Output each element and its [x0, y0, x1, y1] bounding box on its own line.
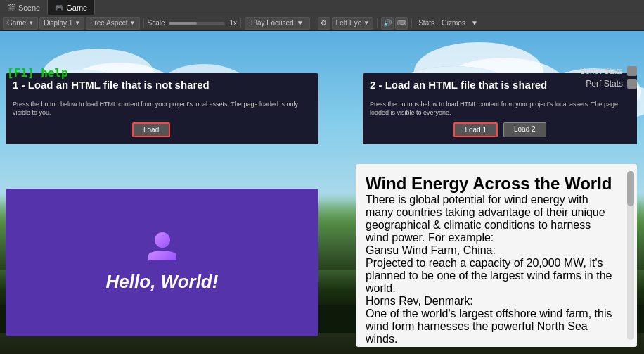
top-tab-bar: 🎬 Scene 🎮 Game: [0, 0, 644, 15]
gear-icon-btn[interactable]: ⚙: [318, 17, 330, 30]
panel-1-desc: Press the button below to load HTML cont…: [13, 101, 311, 117]
divider-5: [411, 18, 412, 28]
left-eye-dropdown[interactable]: Left Eye ▼: [332, 17, 374, 30]
panel-load-not-shared: 1 - Load an HTML file that is not shared…: [6, 73, 318, 144]
scale-control: Scale 1x: [148, 19, 238, 27]
stats-panel: Script Stats Perf Stats: [580, 66, 637, 89]
scene-tab-label: Scene: [18, 4, 40, 12]
script-stats-row: Script Stats: [580, 66, 637, 76]
scrollbar-thumb[interactable]: [627, 171, 634, 206]
wind-energy-intro: There is global potential for wind energ…: [366, 194, 616, 244]
horns-title: Horns Rev, Denmark:: [366, 295, 616, 308]
divider-2: [240, 18, 241, 28]
gizmos-button[interactable]: Gizmos: [439, 19, 468, 27]
divider-4: [377, 18, 378, 28]
game-tab-label: Game: [66, 4, 87, 12]
panel-1-body: Press the button below to load HTML cont…: [6, 96, 318, 144]
hello-world-text: Hello, World!: [106, 271, 219, 293]
game-icon: 🎮: [55, 4, 63, 11]
script-stats-toggle[interactable]: [627, 66, 637, 76]
perf-stats-label: Perf Stats: [586, 79, 623, 89]
panel-2-load2-button[interactable]: Load 2: [503, 122, 546, 137]
divider-1: [143, 18, 144, 28]
avatar-body: [148, 251, 176, 260]
scrollbar[interactable]: [627, 171, 634, 340]
scene-icon: 🎬: [7, 4, 15, 11]
avatar-icon: [145, 232, 180, 260]
perf-stats-toggle[interactable]: [627, 79, 637, 89]
aspect-dropdown[interactable]: Free Aspect ▼: [86, 17, 139, 30]
play-focused-arrow: ▼: [297, 19, 304, 27]
perf-stats-row: Perf Stats: [586, 79, 637, 89]
scale-slider-fill: [169, 22, 197, 25]
panel-wind-energy-content: Wind Energy Across the World There is gl…: [356, 164, 626, 347]
gansu-content: Projected to reach a capacity of 20,000 …: [366, 257, 616, 295]
panel-hello-world: Hello, World!: [6, 189, 318, 336]
scale-slider[interactable]: [169, 22, 225, 25]
divider-3: [314, 18, 314, 28]
stats-button[interactable]: Stats: [416, 19, 437, 27]
aspect-dropdown-arrow: ▼: [130, 20, 136, 26]
toolbar: Game ▼ Display 1 ▼ Free Aspect ▼ Scale 1…: [0, 15, 644, 31]
keyboard-icon-btn[interactable]: ⌨: [395, 17, 408, 30]
script-stats-label: Script Stats: [580, 66, 623, 76]
tab-game[interactable]: 🎮 Game: [48, 0, 95, 15]
display-dropdown-arrow: ▼: [75, 20, 80, 26]
play-focused-button[interactable]: Play Focused ▼: [245, 17, 310, 30]
panel-2-desc: Press the buttons below to load HTML con…: [370, 101, 630, 117]
horns-content: One of the world's largest offshore wind…: [366, 308, 616, 346]
plains-title: Great Plains, USA:: [366, 346, 616, 347]
panel-1-load-button[interactable]: Load: [132, 122, 170, 137]
avatar-head: [155, 232, 170, 248]
game-viewport: [F1] help Script Stats Perf Stats 1 - Lo…: [0, 31, 644, 354]
panel-wind-energy: Wind Energy Across the World There is gl…: [356, 164, 637, 347]
display-dropdown[interactable]: Display 1 ▼: [39, 17, 84, 30]
panel-2-load1-button[interactable]: Load 1: [453, 122, 498, 137]
tab-scene[interactable]: 🎬 Scene: [0, 0, 48, 15]
gizmos-arrow: ▼: [471, 19, 478, 27]
game-dropdown-arrow: ▼: [28, 20, 34, 26]
wind-energy-title: Wind Energy Across the World: [366, 174, 616, 194]
gansu-title: Gansu Wind Farm, China:: [366, 244, 616, 257]
game-dropdown[interactable]: Game ▼: [3, 17, 38, 30]
f1-help-text: [F1] help: [7, 66, 68, 80]
volume-icon-btn[interactable]: 🔊: [381, 17, 394, 30]
panel-2-body: Press the buttons below to load HTML con…: [363, 96, 637, 144]
panel-2-buttons: Load 1 Load 2: [370, 122, 630, 137]
left-eye-arrow: ▼: [363, 20, 369, 26]
